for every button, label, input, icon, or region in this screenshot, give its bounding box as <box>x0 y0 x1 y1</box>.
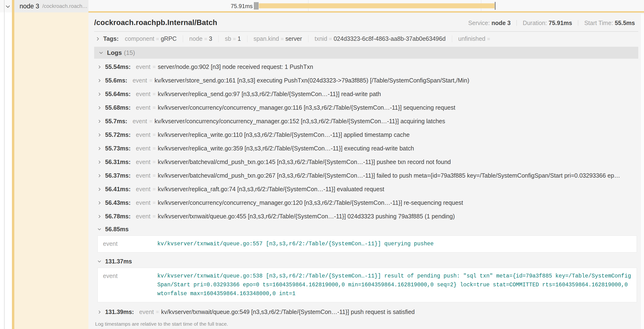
log-row[interactable]: 131.39ms: event = kv/kvserver/txnwait/qu… <box>97 305 638 319</box>
logs-count-badge: (15) <box>124 49 135 56</box>
log-field-key: event <box>136 145 150 152</box>
tags-label: Tags: <box>103 35 119 42</box>
log-row[interactable]: 55.7ms: event = kv/kvserver/concurrency/… <box>97 114 638 128</box>
tag-item: txnid=024d3323-6c8f-4863-aa8b-37ab0e6349… <box>314 35 452 42</box>
tag-key: node <box>189 35 202 42</box>
equals-separator: = <box>149 78 152 84</box>
chevron-down-icon[interactable] <box>98 50 104 55</box>
chevron-right-icon[interactable] <box>97 64 102 70</box>
log-field-key: event <box>132 118 147 125</box>
log-row[interactable]: 55.72ms: event = kv/kvserver/replica_wri… <box>97 128 638 142</box>
tag-item: span.kind=server <box>254 35 308 42</box>
tag-item: node=3 <box>189 35 218 42</box>
log-timestamp: 55.6ms: <box>105 77 127 84</box>
tag-value: server <box>286 35 302 42</box>
span-operation-name: /cockroach.roach… <box>42 3 88 9</box>
start-time-label: Start Time: <box>584 20 613 26</box>
detail-header: /cockroach.roachpb.Internal/Batch Servic… <box>94 13 638 27</box>
chevron-right-icon[interactable] <box>97 214 102 219</box>
log-row[interactable]: 55.64ms: event = kv/kvserver/replica_sen… <box>97 87 638 101</box>
log-message: kv/kvserver/replica_send.go:97 [n3,s3,r6… <box>158 90 381 98</box>
log-timestamp: 56.41ms: <box>105 186 130 193</box>
log-message: server/node.go:902 [n3] node received re… <box>158 64 313 70</box>
log-field-key: event <box>136 131 150 138</box>
equals-separator: = <box>233 36 236 42</box>
log-tick <box>255 2 256 10</box>
log-message: kv/kvserver/replica_write.go:110 [n3,s3,… <box>158 131 410 138</box>
tags-section-toggle[interactable]: Tags: component=gRPC node=3 sb=1 span.ki… <box>94 32 638 45</box>
scrollbar-track[interactable] <box>640 14 644 329</box>
log-timestamp: 56.31ms: <box>105 158 130 166</box>
log-row[interactable]: 56.41ms: event = kv/kvserver/replica_raf… <box>97 182 638 196</box>
log-row[interactable]: 55.68ms: event = kv/kvserver/concurrency… <box>97 101 638 114</box>
tag-key: txnid <box>314 35 327 42</box>
chevron-right-icon[interactable] <box>95 36 100 42</box>
chevron-right-icon[interactable] <box>97 310 102 314</box>
span-detail-panel: /cockroach.roachpb.Internal/Batch Servic… <box>88 11 644 329</box>
log-timestamp: 55.54ms: <box>105 64 130 70</box>
span-duration-bar[interactable] <box>259 3 494 8</box>
log-row[interactable]: 55.54ms: event = server/node.go:902 [n3]… <box>97 60 638 74</box>
log-timestamp: 55.72ms: <box>105 131 130 138</box>
log-field-value: kv/kvserver/txnwait/queue.go:557 [n3,s3,… <box>151 240 631 248</box>
tag-item: sb=1 <box>225 35 247 42</box>
chevron-down-icon[interactable] <box>5 3 11 10</box>
log-timestamp: 56.85ms <box>105 226 129 233</box>
log-detail-box: event kv/kvserver/txnwait/queue.go:538 [… <box>98 268 637 302</box>
span-color-rail <box>12 12 88 329</box>
log-timestamp: 55.73ms: <box>105 145 130 152</box>
duration-value: 75.91ms <box>549 20 572 26</box>
log-timestamp: 56.43ms: <box>105 199 130 206</box>
log-tick <box>254 2 254 10</box>
span-name-tab[interactable]: node 3 /cockroach.roach… <box>12 0 88 12</box>
chevron-down-icon[interactable] <box>97 259 102 264</box>
logs-header-label: Logs <box>107 49 122 56</box>
tag-value: 024d3323-6c8f-4863-aa8b-37ab0e63496d <box>334 35 446 42</box>
log-row[interactable]: 56.43ms: event = kv/kvserver/concurrency… <box>97 196 638 210</box>
chevron-right-icon[interactable] <box>97 78 102 83</box>
tag-key: span.kind <box>254 35 279 42</box>
log-field-key: event <box>136 90 150 98</box>
tree-indent-line <box>4 0 4 329</box>
equals-separator: = <box>152 146 156 152</box>
log-row[interactable]: 56.78ms: event = kv/kvserver/txnwait/que… <box>97 210 638 223</box>
log-entry-expanded: 56.85ms event kv/kvserver/txnwait/queue.… <box>97 223 638 252</box>
tag-value: 3 <box>209 35 212 42</box>
log-row[interactable]: 56.37ms: event = kv/kvserver/batcheval/c… <box>97 169 638 182</box>
chevron-right-icon[interactable] <box>97 160 102 164</box>
log-message: kv/kvserver/concurrency/concurrency_mana… <box>158 199 463 206</box>
log-entry-expanded: 131.37ms event kv/kvserver/txnwait/queue… <box>97 255 638 302</box>
log-tick <box>256 2 256 10</box>
log-row[interactable]: 55.73ms: event = kv/kvserver/replica_wri… <box>97 142 638 155</box>
log-tick-end <box>495 2 496 10</box>
chevron-down-icon[interactable] <box>97 227 102 232</box>
log-timestamp: 55.7ms: <box>105 118 127 125</box>
log-field-key: event <box>103 240 151 248</box>
chevron-right-icon[interactable] <box>97 187 102 192</box>
log-row[interactable]: 56.31ms: event = kv/kvserver/batcheval/c… <box>97 155 638 169</box>
log-field-key: event <box>136 64 150 70</box>
equals-separator: = <box>487 36 490 42</box>
equals-separator: = <box>152 64 156 70</box>
page-title: /cockroach.roachpb.Internal/Batch <box>94 18 217 27</box>
chevron-right-icon[interactable] <box>97 132 102 137</box>
chevron-right-icon[interactable] <box>97 146 102 151</box>
chevron-right-icon[interactable] <box>97 92 102 96</box>
chevron-right-icon[interactable] <box>97 106 102 110</box>
equals-separator: = <box>329 36 332 42</box>
log-row[interactable]: 55.6ms: event = kv/kvserver/store_send.g… <box>97 74 638 87</box>
equals-separator: = <box>152 213 156 220</box>
logs-section-toggle[interactable]: Logs (15) <box>94 47 638 59</box>
chevron-right-icon[interactable] <box>97 119 102 124</box>
service-label: Service: <box>468 20 490 26</box>
log-row[interactable]: 131.37ms <box>97 255 638 267</box>
chevron-right-icon[interactable] <box>97 200 102 205</box>
log-row[interactable]: 56.85ms <box>97 223 638 235</box>
tag-value: gRPC <box>161 35 176 42</box>
equals-separator: = <box>152 186 156 192</box>
log-list: 55.54ms: event = server/node.go:902 [n3]… <box>94 59 638 319</box>
tag-key: unfinished <box>458 35 486 42</box>
divider <box>516 20 517 26</box>
chevron-right-icon[interactable] <box>97 173 102 178</box>
equals-separator: = <box>152 91 156 97</box>
